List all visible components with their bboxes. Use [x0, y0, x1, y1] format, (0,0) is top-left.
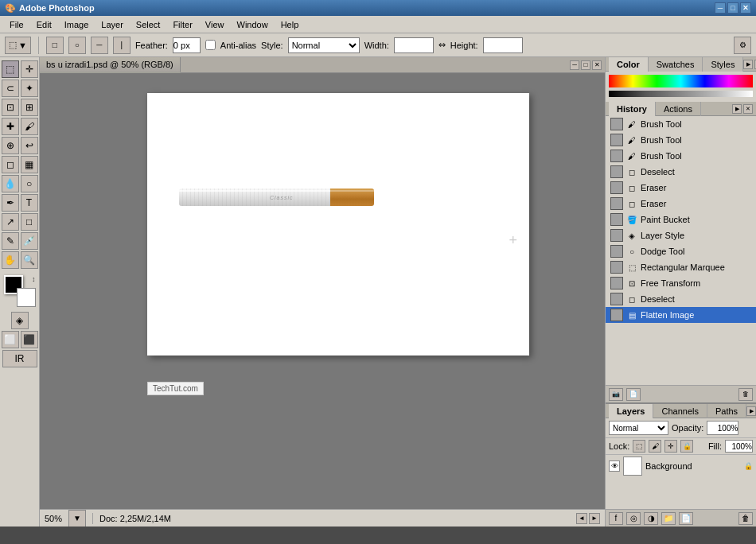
new-layer-btn[interactable]: 📄 — [679, 512, 693, 525]
notes-tool-btn[interactable]: ✎ — [2, 232, 19, 250]
height-input[interactable] — [483, 37, 523, 53]
delete-state-btn[interactable]: 🗑 — [738, 388, 753, 401]
opacity-input[interactable] — [707, 421, 738, 435]
blur-tool-btn[interactable]: 💧 — [2, 175, 19, 192]
history-item-brush3[interactable]: 🖌 Brush Tool — [606, 148, 756, 164]
menu-window[interactable]: Window — [231, 18, 275, 31]
pen-tool-btn[interactable]: ✒ — [2, 194, 19, 212]
delete-layer-btn[interactable]: 🗑 — [738, 512, 753, 525]
doc-close-btn[interactable]: ✕ — [592, 60, 602, 70]
dodge-tool-btn[interactable]: ○ — [21, 175, 38, 192]
history-brush-btn[interactable]: ↩ — [21, 137, 38, 154]
extra-options-btn[interactable]: ⚙ — [734, 37, 751, 54]
new-group-btn[interactable]: 📁 — [661, 512, 676, 525]
menu-view[interactable]: View — [199, 18, 231, 31]
close-button[interactable]: ✕ — [740, 2, 751, 14]
grayscale-strip[interactable] — [609, 91, 753, 97]
clone-stamp-btn[interactable]: ⊕ — [2, 137, 19, 154]
shape-tool-btn[interactable]: □ — [21, 213, 38, 231]
lock-image-btn[interactable]: 🖌 — [649, 440, 661, 453]
scroll-right[interactable]: ► — [589, 513, 600, 524]
path-selection-btn[interactable]: ↗ — [2, 213, 19, 231]
canvas-document[interactable]: Classic — [147, 93, 529, 356]
rect-marquee-btn[interactable]: □ — [46, 37, 64, 54]
ellipse-marquee-btn[interactable]: ○ — [68, 37, 86, 54]
single-row-btn[interactable]: ─ — [91, 37, 108, 54]
layer-effects-btn[interactable]: f — [609, 512, 623, 525]
menu-select[interactable]: Select — [130, 18, 167, 31]
history-item-eraser1[interactable]: ◻ Eraser — [606, 180, 756, 196]
tab-styles[interactable]: Styles — [703, 57, 743, 72]
eraser-tool-btn[interactable]: ◻ — [2, 156, 19, 173]
background-color[interactable] — [17, 288, 36, 307]
document-tab[interactable]: bs u izradi1.psd @ 50% (RGB/8) — [40, 57, 181, 73]
menu-layer[interactable]: Layer — [95, 18, 130, 31]
color-spectrum[interactable] — [609, 75, 753, 87]
menu-edit[interactable]: Edit — [30, 18, 58, 31]
tab-actions[interactable]: Actions — [656, 102, 701, 116]
magic-wand-tool-btn[interactable]: ✦ — [21, 80, 38, 97]
lock-position-btn[interactable]: ✛ — [664, 440, 677, 453]
doc-minimize-btn[interactable]: ─ — [570, 60, 579, 70]
swap-icon[interactable]: ⇔ — [438, 40, 446, 50]
width-input[interactable] — [394, 37, 434, 53]
history-item-brush2[interactable]: 🖌 Brush Tool — [606, 132, 756, 148]
history-item-dodge[interactable]: ○ Dodge Tool — [606, 243, 756, 259]
lasso-tool-btn[interactable]: ⊂ — [2, 80, 19, 97]
tab-paths[interactable]: Paths — [707, 404, 746, 418]
history-panel-options-btn[interactable]: ▶ — [732, 104, 742, 114]
eyedropper-btn[interactable]: 💉 — [21, 232, 38, 250]
history-item-freetransform[interactable]: ⊡ Free Transform — [606, 275, 756, 291]
anti-alias-checkbox[interactable] — [205, 40, 216, 50]
brush-tool-btn[interactable]: 🖌 — [21, 118, 38, 135]
history-item-paintbucket[interactable]: 🪣 Paint Bucket — [606, 212, 756, 227]
tab-swatches[interactable]: Swatches — [649, 57, 703, 72]
swap-colors-icon[interactable]: ↕ — [32, 275, 36, 283]
lock-all-btn[interactable]: 🔒 — [680, 440, 693, 453]
history-item-rectmarquee[interactable]: ⬚ Rectangular Marquee — [606, 259, 756, 275]
zoom-tool-btn[interactable]: 🔍 — [21, 251, 38, 269]
move-tool-btn[interactable]: ✛ — [21, 60, 38, 78]
menu-help[interactable]: Help — [275, 18, 306, 31]
feather-input[interactable] — [173, 37, 201, 53]
layer-background[interactable]: 👁 Background 🔒 — [606, 455, 756, 477]
minimize-button[interactable]: ─ — [715, 2, 726, 14]
tab-layers[interactable]: Layers — [609, 404, 653, 418]
fill-input[interactable] — [725, 440, 753, 453]
scroll-left[interactable]: ◄ — [576, 513, 587, 524]
history-item-flatten[interactable]: ▤ Flatten Image — [606, 307, 756, 323]
text-tool-btn[interactable]: T — [21, 194, 38, 212]
tab-color[interactable]: Color — [609, 57, 649, 72]
marquee-tool-btn[interactable]: ⬚ — [2, 60, 19, 78]
healing-brush-btn[interactable]: ✚ — [2, 118, 19, 135]
history-item-eraser2[interactable]: ◻ Eraser — [606, 196, 756, 212]
single-col-btn[interactable]: | — [113, 37, 131, 54]
color-panel-options-btn[interactable]: ▶ — [743, 60, 753, 69]
new-fill-adj-btn[interactable]: ◑ — [644, 512, 658, 525]
menu-file[interactable]: File — [3, 18, 30, 31]
gradient-tool-btn[interactable]: ▦ — [21, 156, 38, 173]
standard-screen-btn[interactable]: ⬜ — [2, 331, 19, 348]
maximize-button[interactable]: □ — [727, 2, 738, 14]
menu-filter[interactable]: Filter — [166, 18, 198, 31]
layer-mask-btn[interactable]: ◎ — [626, 512, 641, 525]
layers-panel-options-btn[interactable]: ▶ — [746, 406, 756, 416]
layer-visibility-icon[interactable]: 👁 — [609, 460, 620, 472]
history-item-brush1[interactable]: 🖌 Brush Tool — [606, 116, 756, 132]
history-item-deselect2[interactable]: ◻ Deselect — [606, 291, 756, 307]
fullscreen-btn[interactable]: ⬛ — [21, 331, 38, 348]
hand-tool-btn[interactable]: ✋ — [2, 251, 19, 269]
menu-image[interactable]: Image — [58, 18, 95, 31]
imageready-btn[interactable]: IR — [2, 350, 37, 367]
tab-history[interactable]: History — [609, 102, 656, 116]
new-doc-from-state-btn[interactable]: 📄 — [626, 388, 641, 401]
tool-preset-button[interactable]: ⬚ ▼ — [5, 37, 31, 54]
slice-tool-btn[interactable]: ⊞ — [21, 99, 38, 116]
quick-mask-btn[interactable]: ◈ — [11, 312, 29, 329]
history-item-deselect1[interactable]: ◻ Deselect — [606, 164, 756, 180]
new-snapshot-btn[interactable]: 📷 — [609, 388, 623, 401]
style-select[interactable]: Normal Fixed Ratio Fixed Size — [288, 37, 360, 53]
tab-channels[interactable]: Channels — [653, 404, 707, 418]
blend-mode-select[interactable]: Normal Multiply Screen Overlay — [609, 421, 668, 435]
doc-maximize-btn[interactable]: □ — [581, 60, 590, 70]
